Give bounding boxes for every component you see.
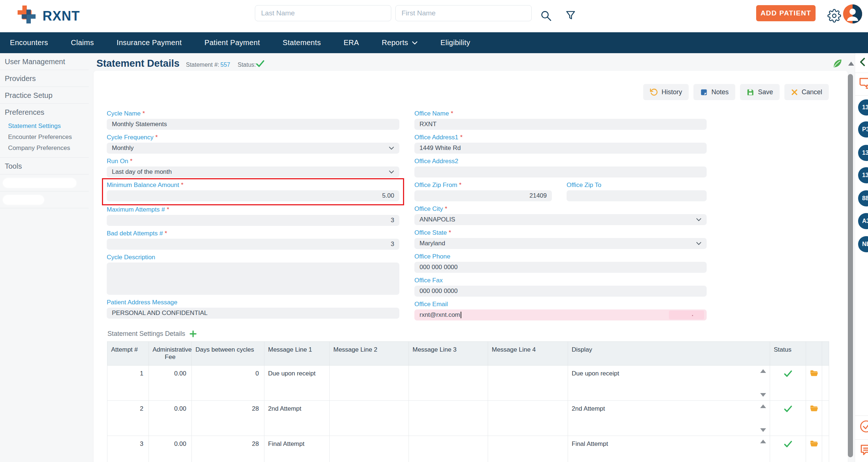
first-name-input[interactable] bbox=[395, 5, 532, 21]
row-status-check-icon[interactable] bbox=[784, 369, 792, 378]
collapse-panel-icon[interactable] bbox=[860, 58, 865, 66]
history-button[interactable]: History bbox=[643, 84, 689, 100]
label-text: Patient Address Message bbox=[107, 299, 177, 306]
nav-era[interactable]: ERA bbox=[344, 38, 359, 47]
patient-badge[interactable]: 13 bbox=[858, 99, 868, 115]
patient-badge[interactable]: 88 bbox=[858, 190, 868, 206]
save-button[interactable]: Save bbox=[740, 84, 780, 100]
scroll-up-icon[interactable] bbox=[760, 369, 766, 373]
cycle-name-input[interactable]: Monthly Statements bbox=[107, 119, 399, 130]
feedback-icon[interactable] bbox=[860, 443, 868, 457]
required-asterisk: * bbox=[459, 182, 462, 188]
text-cursor bbox=[461, 312, 461, 318]
sidebar-item-providers[interactable]: Providers bbox=[0, 70, 89, 87]
maximum-attempts-input[interactable]: 3 bbox=[107, 215, 399, 226]
field-office-email: Office Email rxnt@rxnt.com bbox=[414, 301, 707, 320]
gear-icon[interactable] bbox=[827, 9, 841, 23]
sidebar-item-tools[interactable]: Tools bbox=[0, 158, 89, 175]
minimum-balance-amount-input[interactable]: 5.00 bbox=[107, 190, 399, 201]
folder-icon[interactable] bbox=[810, 440, 818, 448]
display-cell: Due upon receipt bbox=[568, 366, 770, 401]
sidebar-item-company-preferences[interactable]: Company Preferences bbox=[0, 143, 89, 154]
nav-reports[interactable]: Reports bbox=[382, 38, 418, 47]
patient-badge[interactable]: A3 bbox=[858, 213, 868, 229]
office-city-select[interactable]: ANNAPOLIS bbox=[414, 214, 707, 225]
row-status-check-icon[interactable] bbox=[784, 440, 792, 448]
notes-button[interactable]: Notes bbox=[693, 84, 735, 100]
divider bbox=[855, 73, 868, 73]
scroll-up-icon[interactable] bbox=[760, 404, 766, 408]
status-check-icon bbox=[256, 59, 265, 70]
details-header: Statement Settings Details bbox=[107, 330, 197, 338]
nav-patient-payment[interactable]: Patient Payment bbox=[205, 38, 260, 47]
statement-number-link[interactable]: 557 bbox=[220, 62, 230, 68]
scrollbar-thumb[interactable] bbox=[848, 74, 853, 457]
office-phone-input[interactable]: 000 000 0000 bbox=[414, 262, 707, 273]
office-zip-from-input[interactable]: 21409 bbox=[414, 190, 552, 201]
statement-settings-table: Attempt # Administrative Fee Days betwee… bbox=[107, 341, 829, 462]
sidebar-item-encounter-preferences[interactable]: Encounter Preferences bbox=[0, 132, 89, 143]
add-row-icon[interactable] bbox=[190, 330, 197, 337]
avatar[interactable] bbox=[843, 4, 862, 25]
save-label: Save bbox=[758, 88, 773, 96]
folder-icon[interactable] bbox=[810, 369, 818, 377]
chevron-down-icon bbox=[696, 242, 702, 245]
nav-statements[interactable]: Statements bbox=[283, 38, 321, 47]
cancel-button[interactable]: Cancel bbox=[784, 84, 829, 100]
run-on-select[interactable]: Last day of the month bbox=[107, 166, 399, 177]
office-zip-to-input[interactable] bbox=[567, 190, 707, 201]
sidebar-item-practice-setup[interactable]: Practice Setup bbox=[0, 87, 89, 104]
maximum-attempts-label: Maximum Attempts #* bbox=[107, 206, 399, 213]
office-zip-to-label: Office Zip To bbox=[567, 182, 707, 189]
filter-icon[interactable] bbox=[565, 10, 576, 21]
cycle-frequency-select[interactable]: Monthly bbox=[107, 143, 399, 154]
patient-badge[interactable]: 13 bbox=[858, 145, 868, 161]
patient-badge[interactable]: 13 bbox=[858, 167, 868, 183]
sidebar-item-redacted-2[interactable] bbox=[0, 191, 89, 208]
folder-icon[interactable] bbox=[810, 404, 818, 412]
divider bbox=[855, 439, 868, 440]
scroll-down-icon[interactable] bbox=[760, 393, 766, 397]
task-check-icon[interactable] bbox=[860, 420, 868, 433]
add-patient-button[interactable]: ADD PATIENT bbox=[756, 5, 816, 21]
search-icon[interactable] bbox=[540, 10, 552, 22]
patient-badge[interactable]: P3 bbox=[858, 121, 868, 138]
patient-address-message-input[interactable]: PERSONAL AND CONFIDENTIAL bbox=[107, 308, 399, 319]
status-label: Status: bbox=[238, 62, 256, 68]
label-text: Minimum Balance Amount bbox=[107, 182, 179, 188]
office-address1-input[interactable]: 1449 White Rd bbox=[414, 143, 707, 154]
office-name-input[interactable]: RXNT bbox=[414, 119, 707, 130]
office-state-select[interactable]: Maryland bbox=[414, 238, 707, 249]
office-email-input[interactable]: rxnt@rxnt.com bbox=[414, 309, 707, 320]
display-textarea[interactable]: 2nd Attempt bbox=[572, 405, 605, 412]
office-fax-input[interactable]: 000 000 0000 bbox=[414, 286, 707, 297]
row-status-check-icon[interactable] bbox=[784, 404, 792, 413]
display-textarea[interactable]: Final Attempt bbox=[572, 440, 608, 447]
scrollbar-up-arrow[interactable] bbox=[848, 62, 854, 66]
field-office-phone: Office Phone 000 000 0000 bbox=[414, 253, 707, 273]
nav-encounters[interactable]: Encounters bbox=[10, 38, 48, 47]
office-address2-input[interactable] bbox=[414, 166, 707, 177]
brand-logo[interactable]: RXNT bbox=[16, 5, 80, 27]
sidebar-item-statement-settings[interactable]: Statement Settings bbox=[0, 121, 89, 132]
redaction-blur bbox=[3, 178, 76, 188]
scroll-down-icon[interactable] bbox=[760, 428, 766, 432]
cycle-description-textarea[interactable] bbox=[107, 263, 399, 295]
attempt-cell: 3 bbox=[107, 436, 149, 462]
chat-icon[interactable] bbox=[859, 77, 868, 91]
office-address1-label: Office Address1* bbox=[414, 134, 707, 141]
display-textarea[interactable]: Due upon receipt bbox=[572, 370, 619, 377]
bad-debt-attempts-input[interactable]: 3 bbox=[107, 239, 399, 250]
sidebar-item-preferences[interactable]: Preferences bbox=[0, 104, 89, 121]
field-minimum-balance-amount: Minimum Balance Amount* 5.00 bbox=[107, 182, 399, 201]
sidebar-item-redacted-1[interactable] bbox=[0, 175, 89, 191]
sidebar-item-user-management[interactable]: User Management bbox=[0, 53, 89, 70]
nav-claims[interactable]: Claims bbox=[71, 38, 94, 47]
leaf-icon[interactable] bbox=[832, 58, 843, 70]
nav-eligibility[interactable]: Eligibility bbox=[440, 38, 470, 47]
last-name-input[interactable] bbox=[255, 5, 391, 21]
vertical-scrollbar[interactable] bbox=[847, 55, 854, 462]
scroll-up-icon[interactable] bbox=[760, 440, 766, 443]
patient-badge[interactable]: NE bbox=[858, 236, 868, 252]
nav-insurance-payment[interactable]: Insurance Payment bbox=[117, 38, 182, 47]
